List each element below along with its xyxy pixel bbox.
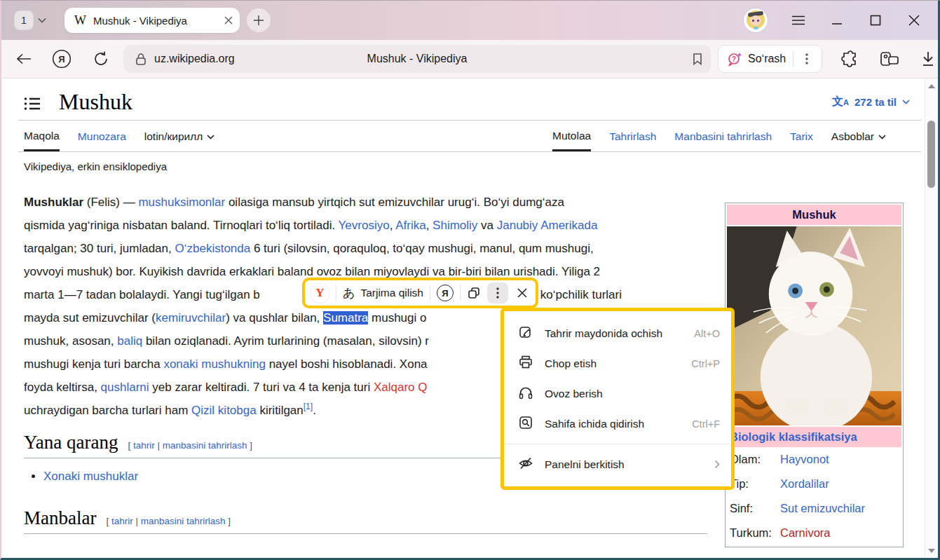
infobox-row: Olam:Hayvonot — [727, 447, 901, 472]
menu-item-tahrir-maydonida-ochish[interactable]: Tahrir maydonida ochish Alt+O — [504, 318, 731, 348]
chevron-right-icon — [714, 460, 720, 469]
minimize-icon — [831, 15, 843, 25]
infobox-row: Sinf:Sut emizuvchilar — [727, 496, 901, 521]
taxon-link[interactable]: Carnivora — [780, 526, 831, 540]
downloads-icon[interactable] — [920, 50, 936, 67]
wiki-link[interactable]: Yevrosiyo — [339, 219, 390, 232]
address-page-title: Mushuk - Vikipediya — [367, 53, 468, 65]
text-run: Mushuklar — [24, 196, 83, 209]
wiki-link[interactable]: kemiruvchilar — [156, 311, 226, 325]
scroll-up-arrow[interactable] — [927, 83, 936, 89]
bookmark-icon[interactable] — [691, 52, 704, 66]
wiki-link[interactable]: qushlarni — [101, 381, 149, 394]
yandex-services-button[interactable]: Я — [48, 45, 76, 73]
ask-ai-button[interactable]: ? Soʻrash — [718, 45, 822, 73]
back-button[interactable] — [10, 45, 38, 73]
hamburger-icon — [791, 15, 805, 25]
passwords-icon[interactable] — [880, 50, 899, 67]
search-yandex-button[interactable]: Я — [437, 285, 454, 301]
text-run[interactable]: [1] — [304, 402, 313, 411]
plus-icon — [254, 15, 264, 25]
kebab-icon — [496, 287, 499, 299]
ask-more-button[interactable] — [796, 48, 817, 69]
wikipedia-page: Mushuk 文A 272 ta til MaqolaMunozaralotin… — [1, 79, 938, 558]
close-button[interactable] — [900, 6, 928, 34]
taxobox: Mushuk — [725, 203, 904, 547]
translate-button[interactable]: あ Tarjima qilish — [343, 285, 423, 301]
chevron-down-icon — [38, 18, 46, 23]
maximize-icon — [870, 15, 881, 26]
wiki-link[interactable]: Xalqaro Q — [374, 381, 428, 394]
wikipedia-favicon: W — [74, 13, 86, 28]
wiki-link[interactable]: Shimoliy — [432, 219, 477, 232]
edit-link[interactable]: tahrir — [133, 440, 155, 451]
translate-glyph-icon: あ — [343, 285, 355, 301]
menu-item-ovoz-berish[interactable]: Ovoz berish — [504, 378, 731, 409]
selection-close-icon[interactable] — [517, 288, 527, 298]
maximize-button[interactable] — [861, 6, 890, 34]
edit-link[interactable]: manbasini tahrirlash — [163, 440, 247, 451]
tab-count: 1 — [14, 11, 34, 30]
infobox-row: Tip:Xordalilar — [727, 472, 901, 496]
scroll-down-arrow[interactable] — [927, 548, 936, 554]
ask-label: Soʻrash — [748, 53, 786, 65]
tab-close-icon[interactable] — [224, 16, 233, 25]
wiki-link[interactable]: mushuksimonlar — [138, 196, 225, 209]
article-tab-munozara[interactable]: Munozara — [78, 121, 126, 151]
wiki-link[interactable]: Afrika — [395, 219, 425, 232]
article-tab-maqola[interactable]: Maqola — [24, 121, 60, 151]
wiki-link[interactable]: Qizil kitobga — [191, 404, 257, 417]
kebab-icon — [805, 53, 808, 64]
article-tab-lotin-кирилл[interactable]: lotin/кирилл — [144, 121, 215, 151]
taxon-link[interactable]: Xordalilar — [780, 477, 829, 491]
profile-avatar[interactable] — [744, 8, 768, 32]
close-icon — [908, 15, 920, 26]
toc-icon[interactable] — [24, 97, 41, 111]
edit-link[interactable]: manbasini tahrirlash — [141, 516, 226, 526]
paragraph-line: tarqalgan; 30 turi, jumladan, Oʻzbekisto… — [24, 237, 714, 260]
selection-more-button[interactable] — [487, 282, 508, 303]
menu-item-panelni-berkitish[interactable]: Panelni berkitish — [504, 449, 731, 479]
page-scrollbar[interactable] — [925, 79, 938, 558]
edit-link[interactable]: tahrir — [111, 516, 133, 526]
wiki-link[interactable]: Janubiy Amerikada — [497, 219, 598, 232]
browser-menu-button[interactable] — [784, 6, 812, 34]
taxon-link[interactable]: Sut emizuvchilar — [780, 502, 865, 515]
taxon-link[interactable]: Hayvonot — [780, 453, 829, 466]
infobox-section-header[interactable]: Biologik klassifikatsiya — [727, 427, 901, 447]
refresh-button[interactable] — [87, 45, 115, 73]
lock-icon[interactable] — [135, 52, 147, 66]
article-tab-mutolaa[interactable]: Mutolaa — [552, 121, 591, 151]
scrollbar-thumb[interactable] — [927, 121, 935, 188]
article-tab-tarix[interactable]: Tarix — [790, 121, 813, 151]
wiki-link[interactable]: baliq — [117, 334, 142, 348]
wiki-link[interactable]: xonaki mushukning — [163, 357, 266, 371]
article-tab-manbasini-tahrirlash[interactable]: Manbasini tahrirlash — [674, 121, 772, 151]
cat-photo[interactable] — [727, 226, 901, 425]
address-bar[interactable]: uz.wikipedia.org Mushuk - Vikipediya — [123, 45, 711, 73]
language-selector[interactable]: 文A 272 ta til — [832, 95, 910, 109]
menu-item-chop-etish[interactable]: Chop etish Ctrl+P — [504, 348, 731, 378]
find-in-page-icon — [518, 415, 533, 433]
chevron-down-icon — [207, 135, 214, 139]
chevron-down-icon — [902, 100, 910, 104]
menu-item-sahifa-ichida-qidirish[interactable]: Sahifa ichida qidirish Ctrl+F — [504, 409, 731, 439]
article-tab-asboblar[interactable]: Asboblar — [831, 121, 886, 151]
tab-counter-button[interactable]: 1 — [11, 8, 52, 33]
yandex-y-logo[interactable]: Y — [311, 284, 329, 303]
menu-divider — [504, 444, 731, 444]
new-tab-button[interactable] — [247, 8, 271, 32]
language-count: 272 ta til — [854, 96, 897, 108]
ai-chat-icon: ? — [727, 51, 742, 67]
extensions-icon[interactable] — [840, 50, 859, 68]
browser-tab[interactable]: W Mushuk - Vikipediya — [64, 8, 240, 33]
minimize-button[interactable] — [823, 6, 851, 34]
shortcut-label: Alt+O — [694, 328, 720, 339]
copy-icon[interactable] — [467, 286, 481, 300]
svg-text:?: ? — [732, 55, 736, 63]
url-text[interactable]: uz.wikipedia.org — [154, 53, 235, 65]
translate-label: Tarjima qilish — [360, 287, 423, 299]
wiki-link[interactable]: Oʻzbekistonda — [175, 242, 250, 255]
tab-title: Mushuk - Vikipediya — [93, 15, 220, 27]
article-tab-tahrirlash[interactable]: Tahrirlash — [609, 121, 656, 151]
